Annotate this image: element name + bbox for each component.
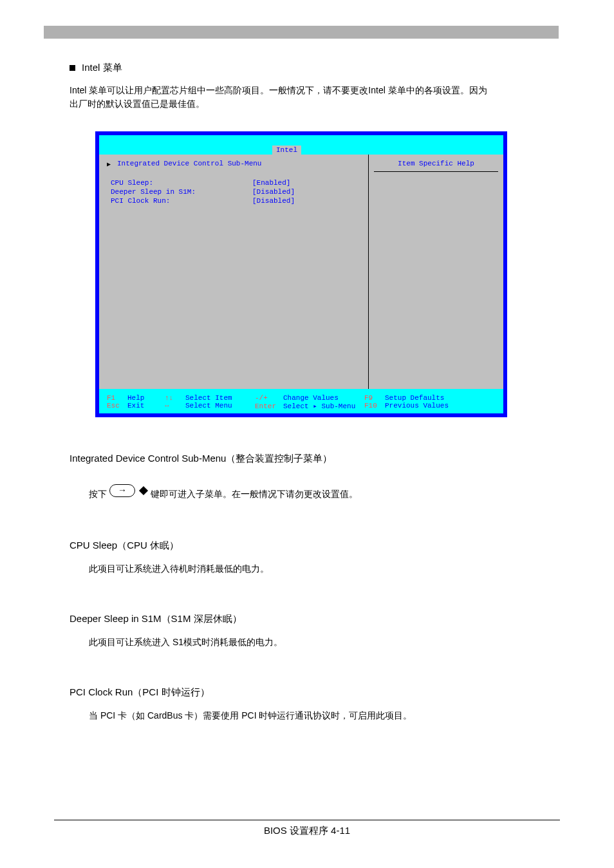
oval-key-icon xyxy=(109,484,135,497)
legend-label: Select ▸ Sub-Menu xyxy=(283,402,355,410)
setting-label: PCI Clock Run: xyxy=(111,197,252,205)
item-heading-4: PCI Clock Run（PCI 时钟运行） xyxy=(70,686,210,699)
bios-footer-legend: F1Help ↑↓Select Item -/+Change Values F9… xyxy=(99,390,503,413)
item-heading-2: CPU Sleep（CPU 休眠） xyxy=(70,540,179,552)
section-description: Intel 菜单可以让用户配置芯片组中一些高阶项目。一般情况下，请不要更改Int… xyxy=(70,84,494,111)
diamond-icon xyxy=(139,486,148,495)
submenu-label: Integrated Device Control Sub-Menu xyxy=(117,160,261,167)
title-text: Intel 菜单 xyxy=(82,62,122,74)
bios-tab-intel[interactable]: Intel xyxy=(272,146,301,155)
bios-window: Intel ▶ Integrated Device Control Sub-Me… xyxy=(95,131,507,417)
help-pane-title: Item Specific Help xyxy=(374,160,498,172)
bios-settings-list: CPU Sleep: [Enabled] Deeper Sleep in S1M… xyxy=(111,179,362,205)
legend-label: Select Item xyxy=(185,394,232,402)
setting-value: [Disabled] xyxy=(252,197,295,205)
legend-key: F1 xyxy=(107,394,127,402)
bios-left-pane: ▶ Integrated Device Control Sub-Menu CPU… xyxy=(99,155,368,389)
bios-body: ▶ Integrated Device Control Sub-Menu CPU… xyxy=(99,155,503,389)
legend-label: Help xyxy=(127,394,144,402)
setting-value: [Enabled] xyxy=(252,179,290,187)
item-heading-3: Deeper Sleep in S1M（S1M 深层休眠） xyxy=(70,613,242,625)
page-footer-text: BIOS 设置程序 4-11 xyxy=(0,825,614,837)
legend-label: Change Values xyxy=(283,394,339,402)
legend-key: F10 xyxy=(364,402,385,410)
legend-key: Enter xyxy=(255,402,283,410)
submenu-item-integrated-device[interactable]: ▶ Integrated Device Control Sub-Menu xyxy=(111,160,362,167)
body-pre: 按下 xyxy=(89,489,109,499)
setting-label: CPU Sleep: xyxy=(111,179,252,187)
setting-value: [Disabled] xyxy=(252,188,295,196)
legend-key: F9 xyxy=(364,394,385,402)
setting-pci-clock-run[interactable]: PCI Clock Run: [Disabled] xyxy=(111,197,362,205)
setting-deeper-sleep[interactable]: Deeper Sleep in S1M: [Disabled] xyxy=(111,188,362,196)
legend-key: ↔ xyxy=(165,402,185,410)
page-header-bar xyxy=(44,26,559,39)
setting-cpu-sleep[interactable]: CPU Sleep: [Enabled] xyxy=(111,179,362,187)
legend-label: Select Menu xyxy=(185,402,232,410)
setting-label: Deeper Sleep in S1M: xyxy=(111,188,252,196)
legend-key: -/+ xyxy=(255,394,283,402)
item-heading-1: Integrated Device Control Sub-Menu（整合装置控… xyxy=(70,453,332,465)
legend-label: Setup Defaults xyxy=(385,394,444,402)
enter-key-indicator xyxy=(109,484,148,497)
square-bullet-icon xyxy=(70,65,75,71)
item-body-3: 此项目可让系统进入 S1模式时消耗最低的电力。 xyxy=(89,636,494,649)
item-body-1: 按下 键即可进入子菜单。在一般情况下请勿更改设置值。 xyxy=(89,484,494,501)
bios-help-pane: Item Specific Help xyxy=(368,155,503,389)
footer-divider xyxy=(54,820,560,820)
legend-row-1: F1Help ↑↓Select Item -/+Change Values F9… xyxy=(107,394,496,402)
item-body-4: 当 PCI 卡（如 CardBus 卡）需要使用 PCI 时钟运行通讯协议时，可… xyxy=(89,709,494,722)
body-post: 键即可进入子菜单。在一般情况下请勿更改设置值。 xyxy=(151,489,358,499)
legend-label: Previous Values xyxy=(385,402,449,410)
legend-label: Exit xyxy=(127,402,144,410)
section-title: Intel 菜单 xyxy=(70,62,122,74)
legend-row-2: EscExit ↔Select Menu EnterSelect ▸ Sub-M… xyxy=(107,402,496,410)
legend-key: ↑↓ xyxy=(165,394,185,402)
item-body-2: 此项目可让系统进入待机时消耗最低的电力。 xyxy=(89,562,494,576)
legend-key: Esc xyxy=(107,402,127,410)
triangle-right-icon: ▶ xyxy=(107,160,111,168)
